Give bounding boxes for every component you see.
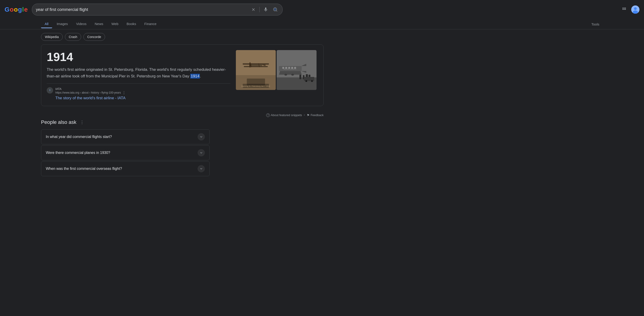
clear-button[interactable] xyxy=(250,6,256,13)
snippet-highlighted-year: 1914 xyxy=(190,74,200,78)
voice-search-button[interactable] xyxy=(262,6,269,13)
paa-chevron-3 xyxy=(198,165,205,172)
snippet-source: I IATA https://www.iata.org › about › hi… xyxy=(47,83,230,100)
svg-point-9 xyxy=(240,78,272,81)
header: G o o g l e year of first commercial fli… xyxy=(0,0,644,19)
source-more-button[interactable]: ⋮ xyxy=(122,91,126,95)
apps-button[interactable] xyxy=(621,5,628,14)
search-bar-wrapper: year of first commercial flight xyxy=(32,4,282,15)
nav-bar: All Images Videos News Web Books Finance… xyxy=(0,19,644,29)
source-info: IATA https://www.iata.org › about › hist… xyxy=(56,87,126,100)
paa-item-3[interactable]: When was the first commercial overseas f… xyxy=(41,161,210,176)
paa-item-2[interactable]: Were there commercial planes in 1930? xyxy=(41,145,210,160)
avatar[interactable] xyxy=(631,5,640,14)
icon-divider xyxy=(259,7,260,12)
paa-chevron-2 xyxy=(198,149,205,156)
svg-point-16 xyxy=(249,62,251,68)
paa-more-button[interactable]: ⋮ xyxy=(78,119,86,126)
svg-text:IMPERIAL AIRWAYS: IMPERIAL AIRWAYS xyxy=(284,68,296,70)
nav-item-videos[interactable]: Videos xyxy=(72,20,90,28)
google-logo[interactable]: G o o g l e xyxy=(4,6,27,13)
nav-item-images[interactable]: Images xyxy=(53,20,72,28)
source-name: IATA xyxy=(56,87,126,91)
svg-point-38 xyxy=(284,74,287,76)
snippet-footer: ? About featured snippets • ⚑ Feedback xyxy=(41,112,324,119)
footer-dot: • xyxy=(304,113,305,117)
nav-item-news[interactable]: News xyxy=(91,20,107,28)
feedback-link[interactable]: ⚑ Feedback xyxy=(307,113,324,117)
pill-crash[interactable]: Crash xyxy=(65,33,81,41)
logo-o1: o xyxy=(10,6,14,13)
logo-l: l xyxy=(22,6,24,13)
nav-item-web[interactable]: Web xyxy=(108,20,122,28)
svg-point-27 xyxy=(305,80,307,82)
snippet-image-left[interactable]: Opening St. Petersburg Jan 1 1914 xyxy=(236,50,276,90)
svg-point-5 xyxy=(634,7,637,10)
search-container: year of first commercial flight xyxy=(32,4,282,15)
paa-question-3: When was the first commercial overseas f… xyxy=(46,167,122,171)
header-right xyxy=(621,5,640,14)
svg-rect-26 xyxy=(304,77,314,81)
question-circle-icon: ? xyxy=(266,113,270,117)
logo-o2: o xyxy=(14,6,18,13)
svg-text:Opening St. Petersburg Jan 1 1: Opening St. Petersburg Jan 1 1914 xyxy=(241,85,270,87)
snippet-year: 1914 xyxy=(47,50,230,64)
featured-snippet: 1914 The world's first airline originate… xyxy=(41,44,324,106)
svg-point-39 xyxy=(291,74,294,76)
search-input[interactable]: year of first commercial flight xyxy=(36,7,250,12)
source-url: https://www.iata.org › about › history ›… xyxy=(56,91,126,95)
logo-g: G xyxy=(4,6,9,13)
tools-button[interactable]: Tools xyxy=(588,20,603,28)
paa-question-1: In what year did commercial flights star… xyxy=(46,135,112,139)
lens-search-button[interactable] xyxy=(272,6,279,13)
main-content: 1914 The world's first airline originate… xyxy=(0,44,364,176)
about-snippets-link[interactable]: ? About featured snippets xyxy=(266,113,302,117)
paa-header: People also ask ⋮ xyxy=(41,119,324,126)
paa-item-1[interactable]: In what year did commercial flights star… xyxy=(41,129,210,144)
snippet-text-area: 1914 The world's first airline originate… xyxy=(47,50,230,100)
source-link[interactable]: The story of the world's first airline -… xyxy=(56,96,126,100)
source-favicon: I xyxy=(47,87,53,94)
snippet-image-right[interactable]: IMPERIAL AIRWAYS xyxy=(277,50,316,90)
pill-concorde[interactable]: Concorde xyxy=(84,33,105,41)
logo-g2: g xyxy=(18,6,22,13)
pill-wikipedia[interactable]: Wikipedia xyxy=(41,33,63,41)
paa-question-2: Were there commercial planes in 1930? xyxy=(46,151,110,155)
logo-e: e xyxy=(24,6,28,13)
paa-title: People also ask xyxy=(41,119,76,125)
svg-rect-22 xyxy=(300,75,301,79)
nav-item-finance[interactable]: Finance xyxy=(140,20,160,28)
svg-point-28 xyxy=(311,80,313,82)
svg-marker-35 xyxy=(279,71,302,75)
snippet-description: The world's first airline originated in … xyxy=(47,66,230,80)
snippet-images: Opening St. Petersburg Jan 1 1914 xyxy=(236,50,318,100)
search-icons xyxy=(250,6,279,13)
nav-item-all[interactable]: All xyxy=(41,20,52,28)
nav-item-books[interactable]: Books xyxy=(123,20,140,28)
flag-icon: ⚑ xyxy=(307,113,310,117)
paa-chevron-1 xyxy=(198,133,205,140)
svg-rect-13 xyxy=(244,66,268,67)
pills-bar: Wikipedia Crash Concorde xyxy=(0,29,644,44)
svg-point-3 xyxy=(274,8,276,10)
svg-point-2 xyxy=(274,8,277,11)
people-also-ask-section: People also ask ⋮ In what year did comme… xyxy=(41,119,324,176)
